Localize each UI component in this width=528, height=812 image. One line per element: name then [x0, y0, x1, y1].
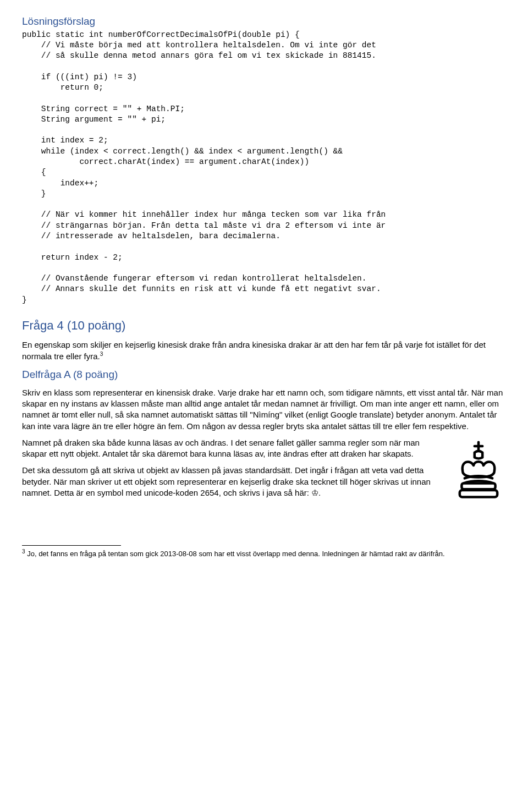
chess-king-icon [451, 437, 506, 503]
fraga4-intro-text: En egenskap som skiljer en kejserlig kin… [22, 340, 486, 361]
delfraga-a-paragraph-1: Skriv en klass som representerar en kine… [22, 387, 506, 432]
code-block: public static int numberOfCorrectDecimal… [22, 30, 506, 305]
svg-rect-3 [460, 490, 497, 497]
fraga4-intro-paragraph: En egenskap som skiljer en kejserlig kin… [22, 339, 506, 363]
footnote-3: 3 Jo, det fanns en fråga på tentan som g… [22, 548, 506, 559]
footnote-separator [22, 545, 121, 546]
footnote-text: Jo, det fanns en fråga på tentan som gic… [25, 550, 445, 558]
heading-fraga-4: Fråga 4 (10 poäng) [22, 317, 506, 334]
footnote-ref-3: 3 [100, 351, 103, 357]
heading-delfraga-a: Delfråga A (8 poäng) [22, 367, 506, 382]
delfraga-a-paragraph-2: Namnet på draken ska både kunna läsas av… [22, 437, 506, 460]
svg-rect-2 [461, 483, 495, 489]
heading-losningsforslag: Lösningsförslag [22, 14, 506, 29]
delfraga-a-paragraph-3: Det ska dessutom gå att skriva ut objekt… [22, 465, 506, 498]
